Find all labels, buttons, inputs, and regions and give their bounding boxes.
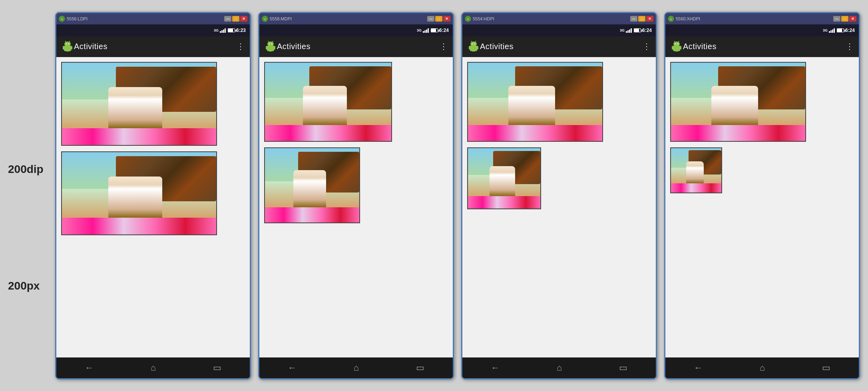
minimize-btn-xhdpi[interactable]: —: [833, 16, 840, 22]
close-btn-ldpi[interactable]: ✕: [240, 16, 247, 22]
svg-point-37: [474, 44, 475, 44]
content-hdpi: [462, 57, 656, 357]
overflow-menu-hdpi[interactable]: ⋮: [643, 42, 651, 51]
app-bar-xhdpi: Activities ⋮: [665, 36, 859, 57]
labels-column: 200dip 200px: [8, 99, 51, 292]
svg-rect-6: [68, 49, 69, 52]
svg-point-55: [679, 41, 679, 42]
px-image-hdpi: [467, 147, 541, 209]
maximize-btn-hdpi[interactable]: □: [638, 16, 645, 22]
time-hdpi: 6:24: [642, 28, 652, 33]
signal-bars-ldpi: [220, 28, 226, 33]
svg-point-51: [677, 44, 678, 44]
svg-point-36: [472, 44, 473, 44]
maximize-btn-mdpi[interactable]: □: [435, 16, 442, 22]
svg-point-27: [273, 41, 273, 42]
svg-point-35: [470, 42, 477, 46]
dip-label: 200dip: [8, 163, 51, 176]
title-bar-icon-xhdpi: A: [668, 16, 674, 22]
home-button-xhdpi[interactable]: ⌂: [752, 359, 773, 376]
minimize-btn-ldpi[interactable]: —: [224, 16, 231, 22]
nav-bar-ldpi: ← ⌂ ▭: [56, 357, 250, 378]
phone-frame-ldpi: A 5556:LDPI — □ ✕ 3G 6:23: [55, 12, 251, 379]
svg-rect-45: [672, 46, 674, 50]
android-icon-xhdpi: [670, 40, 683, 53]
back-button-xhdpi[interactable]: ←: [686, 359, 711, 376]
title-bar-icon-hdpi: A: [465, 16, 471, 22]
nav-bar-hdpi: ← ⌂ ▭: [462, 357, 656, 378]
svg-rect-34: [474, 49, 475, 52]
maximize-btn-ldpi[interactable]: □: [232, 16, 239, 22]
minimize-btn-mdpi[interactable]: —: [427, 16, 434, 22]
phone-body-ldpi: 3G 6:23: [56, 24, 250, 378]
overflow-menu-xhdpi[interactable]: ⋮: [846, 42, 854, 51]
title-bar-xhdpi: A 5560:XHDPI — □ ✕: [665, 13, 859, 24]
android-icon-hdpi: [467, 40, 480, 53]
title-bar-controls-mdpi[interactable]: — □ ✕: [427, 16, 450, 22]
recents-button-hdpi[interactable]: ▭: [611, 359, 635, 376]
status-bar-xhdpi: 3G 6:24: [665, 24, 859, 36]
dip-image-mdpi: [264, 62, 392, 142]
close-btn-mdpi[interactable]: ✕: [443, 16, 450, 22]
app-title-mdpi: Activities: [277, 42, 440, 51]
title-bar-label-hdpi: 5554:HDPI: [473, 16, 629, 21]
home-button-ldpi[interactable]: ⌂: [143, 359, 164, 376]
minimize-btn-hdpi[interactable]: —: [630, 16, 637, 22]
recents-button-mdpi[interactable]: ▭: [408, 359, 432, 376]
battery-icon-xhdpi: [837, 28, 844, 32]
3g-icon-ldpi: 3G: [214, 28, 219, 32]
close-btn-xhdpi[interactable]: ✕: [849, 16, 856, 22]
content-ldpi: [56, 57, 250, 357]
status-bar-hdpi: 3G 6:24: [462, 24, 656, 36]
content-xhdpi: [665, 57, 859, 357]
svg-text:A: A: [467, 18, 469, 20]
svg-point-50: [675, 44, 676, 44]
svg-text:A: A: [264, 18, 266, 20]
app-bar-mdpi: Activities ⋮: [259, 36, 453, 57]
android-icon-mdpi: [264, 40, 277, 53]
title-bar-controls-hdpi[interactable]: — □ ✕: [630, 16, 653, 22]
status-icons-ldpi: 3G 6:23: [214, 28, 246, 33]
title-bar-icon-mdpi: A: [262, 16, 268, 22]
overflow-menu-ldpi[interactable]: ⋮: [237, 42, 245, 51]
time-ldpi: 6:23: [236, 28, 246, 33]
recents-button-ldpi[interactable]: ▭: [205, 359, 229, 376]
svg-rect-46: [679, 46, 681, 50]
home-button-mdpi[interactable]: ⌂: [346, 359, 367, 376]
svg-rect-33: [472, 49, 474, 52]
title-bar-mdpi: A 5558:MDPI — □ ✕: [259, 13, 453, 24]
svg-point-21: [267, 42, 274, 46]
3g-icon-hdpi: 3G: [620, 28, 625, 32]
svg-point-26: [268, 41, 269, 42]
svg-rect-32: [476, 46, 478, 50]
signal-bars-xhdpi: [829, 28, 835, 33]
svg-rect-19: [269, 49, 271, 52]
svg-rect-31: [469, 46, 471, 50]
app-title-hdpi: Activities: [480, 42, 643, 51]
nav-bar-mdpi: ← ⌂ ▭: [259, 357, 453, 378]
status-bar-ldpi: 3G 6:23: [56, 24, 250, 36]
svg-point-12: [65, 41, 66, 42]
dip-image-hdpi: [467, 62, 603, 142]
svg-rect-17: [266, 46, 268, 50]
title-bar-controls-ldpi[interactable]: — □ ✕: [224, 16, 247, 22]
home-button-hdpi[interactable]: ⌂: [549, 359, 570, 376]
phone-body-mdpi: 3G 6:24: [259, 24, 453, 378]
back-button-ldpi[interactable]: ←: [77, 359, 102, 376]
back-button-hdpi[interactable]: ←: [483, 359, 508, 376]
app-bar-hdpi: Activities ⋮: [462, 36, 656, 57]
app-bar-ldpi: Activities ⋮: [56, 36, 250, 57]
recents-button-xhdpi[interactable]: ▭: [814, 359, 838, 376]
close-btn-hdpi[interactable]: ✕: [646, 16, 653, 22]
app-title-ldpi: Activities: [74, 42, 237, 51]
phone-frame-hdpi: A 5554:HDPI — □ ✕ 3G 6:24: [461, 12, 657, 379]
overflow-menu-mdpi[interactable]: ⋮: [440, 42, 448, 51]
svg-rect-47: [675, 49, 677, 52]
title-bar-controls-xhdpi[interactable]: — □ ✕: [833, 16, 856, 22]
signal-bars-hdpi: [626, 28, 632, 33]
maximize-btn-xhdpi[interactable]: □: [841, 16, 848, 22]
status-icons-hdpi: 3G 6:24: [620, 28, 652, 33]
back-button-mdpi[interactable]: ←: [280, 359, 305, 376]
px-label: 200px: [8, 280, 51, 292]
svg-point-9: [68, 44, 69, 44]
